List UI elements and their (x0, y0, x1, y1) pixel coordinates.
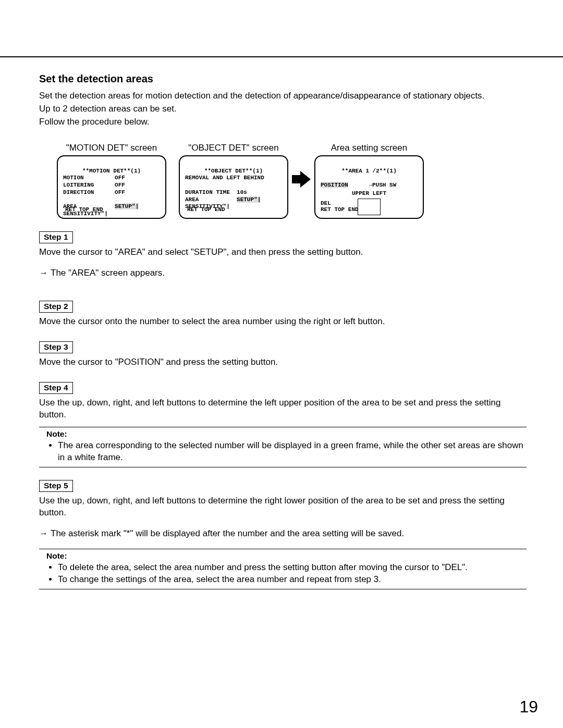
step-5-body: Use the up, down, right, and left button… (39, 495, 527, 519)
step-1-body: Move the cursor to "AREA" and select "SE… (39, 246, 527, 258)
screens-row: "MOTION DET" screen **MOTION DET**(1)MOT… (57, 143, 527, 219)
step-4-body: Use the up, down, right, and left button… (39, 397, 527, 421)
area-setting-screen: **AREA 1 /2**(1) POSITION →PUSH SW UPPER… (314, 155, 424, 219)
object-det-footer: RET TOP END (187, 206, 225, 214)
note-1-title: Note: (46, 429, 527, 439)
note-2-item-1: To change the settings of the area, sele… (58, 574, 527, 586)
object-row-1-v: SETUP"| (237, 196, 261, 203)
area-caption: UPPER LEFT (321, 190, 418, 198)
motion-det-label: "MOTION DET" screen (57, 143, 166, 153)
intro-line-2: Up to 2 detection areas can be set. (39, 103, 527, 115)
object-row-0-v: 10s (237, 189, 247, 195)
step-1-label: Step 1 (39, 231, 73, 243)
object-det-block: "OBJECT DET" screen **OBJECT DET**(1)REM… (179, 143, 288, 219)
area-title: **AREA 1 /2**(1) (321, 168, 418, 175)
top-divider (0, 56, 563, 57)
motion-det-title: **MOTION DET**(1) (63, 168, 160, 175)
svg-marker-0 (292, 171, 311, 188)
area-position-k: POSITION (321, 182, 348, 188)
motion-row-1-v: OFF (115, 182, 125, 188)
arrow-right-icon (291, 169, 312, 190)
step-5-result: →The asterisk mark "*" will be displayed… (39, 528, 527, 540)
step-3-label: Step 3 (39, 341, 73, 353)
area-box-icon (358, 199, 381, 215)
motion-row-4-v: SETUP"| (115, 203, 139, 209)
motion-row-0-k: MOTION (63, 175, 84, 181)
motion-row-0-v: OFF (115, 175, 125, 181)
step-2-label: Step 2 (39, 301, 73, 313)
page-number: 19 (519, 697, 538, 717)
motion-det-footer: RET TOP END (65, 206, 103, 214)
step-2-body: Move the cursor onto the number to selec… (39, 316, 527, 328)
motion-row-1-k: LOITERING (63, 182, 94, 188)
motion-det-screen: **MOTION DET**(1)MOTION OFF LOITERING OF… (57, 155, 166, 219)
object-row-0-k: DURATION TIME (185, 189, 230, 195)
note-2: Note: To delete the area, select the are… (39, 549, 527, 589)
note-2-title: Note: (46, 551, 527, 561)
step-5-result-text: The asterisk mark "*" will be displayed … (51, 528, 404, 538)
step-5-label: Step 5 (39, 480, 73, 492)
intro-line-1: Set the detection areas for motion detec… (39, 90, 527, 102)
area-setting-label: Area setting screen (314, 143, 424, 153)
step-1-result-text: The "AREA" screen appears. (51, 268, 165, 278)
motion-row-2-k: DIRECTION (63, 189, 94, 195)
area-setting-block: Area setting screen **AREA 1 /2**(1) POS… (314, 143, 424, 219)
object-det-title: **OBJECT DET**(1) (185, 168, 282, 175)
step-1-result: →The "AREA" screen appears. (39, 267, 527, 279)
note-1-item-0: The area corresponding to the selected n… (58, 440, 527, 464)
note-2-item-0: To delete the area, select the area numb… (58, 562, 527, 574)
motion-row-2-v: OFF (115, 189, 125, 195)
object-det-label: "OBJECT DET" screen (179, 143, 288, 153)
object-det-screen: **OBJECT DET**(1)REMOVAL AND LEFT BEHIND… (179, 155, 288, 219)
area-footer: RET TOP END (321, 206, 359, 214)
step-3-body: Move the cursor to "POSITION" and press … (39, 356, 527, 368)
note-1: Note: The area corresponding to the sele… (39, 427, 527, 467)
section-heading: Set the detection areas (39, 73, 527, 85)
area-position-v: →PUSH SW (369, 182, 396, 188)
intro-line-3: Follow the procedure below. (39, 116, 527, 128)
step-4-label: Step 4 (39, 382, 73, 394)
object-row-1-k: AREA (185, 196, 199, 203)
object-det-sub: REMOVAL AND LEFT BEHIND (185, 175, 264, 181)
flow-arrow (288, 143, 314, 216)
motion-det-block: "MOTION DET" screen **MOTION DET**(1)MOT… (57, 143, 166, 219)
